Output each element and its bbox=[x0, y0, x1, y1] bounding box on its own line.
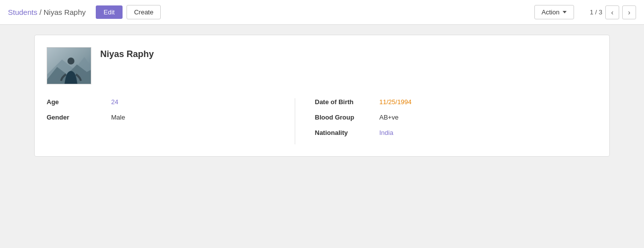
nationality-value[interactable]: India bbox=[380, 129, 393, 136]
fields-right: Date of Birth 11/25/1994 Blood Group AB+… bbox=[295, 98, 598, 144]
nationality-label: Nationality bbox=[315, 129, 380, 136]
age-row: Age 24 bbox=[47, 98, 295, 106]
dob-row: Date of Birth 11/25/1994 bbox=[315, 98, 598, 106]
chevron-down-icon bbox=[563, 11, 567, 13]
fields-left: Age 24 Gender Male bbox=[47, 98, 295, 144]
svg-point-3 bbox=[67, 58, 74, 64]
age-value[interactable]: 24 bbox=[111, 98, 118, 106]
breadcrumb-current: Niyas Raphy bbox=[44, 8, 86, 16]
profile-header: Niyas Raphy bbox=[47, 47, 597, 84]
blood-group-value: AB+ve bbox=[380, 114, 399, 121]
student-name: Niyas Raphy bbox=[100, 47, 154, 60]
breadcrumb-parent[interactable]: Students bbox=[8, 8, 37, 16]
action-dropdown: Action bbox=[534, 5, 574, 19]
gender-row: Gender Male bbox=[47, 114, 295, 121]
breadcrumb: Students / Niyas Raphy bbox=[8, 8, 86, 16]
nationality-row: Nationality India bbox=[315, 129, 598, 136]
record-card: Niyas Raphy Age 24 Gender Male Date of B… bbox=[34, 35, 610, 157]
create-button[interactable]: Create bbox=[127, 5, 161, 19]
age-label: Age bbox=[47, 98, 111, 106]
blood-group-row: Blood Group AB+ve bbox=[315, 114, 598, 121]
avatar-image bbox=[47, 47, 91, 84]
edit-button[interactable]: Edit bbox=[96, 5, 123, 19]
gender-value: Male bbox=[111, 114, 125, 121]
avatar bbox=[47, 47, 91, 84]
next-button[interactable]: › bbox=[622, 5, 636, 19]
pagination-text: 1 / 3 bbox=[590, 8, 602, 16]
pagination: 1 / 3 ‹ › bbox=[590, 5, 636, 19]
gender-label: Gender bbox=[47, 114, 111, 121]
dob-label: Date of Birth bbox=[315, 98, 380, 106]
blood-group-label: Blood Group bbox=[315, 114, 380, 121]
top-bar: Students / Niyas Raphy Edit Create Actio… bbox=[0, 0, 644, 25]
toolbar: Edit Create Action 1 / 3 ‹ › bbox=[86, 5, 636, 19]
action-button[interactable]: Action bbox=[534, 5, 574, 19]
prev-button[interactable]: ‹ bbox=[605, 5, 619, 19]
dob-value: 11/25/1994 bbox=[380, 98, 412, 106]
page-content: Niyas Raphy Age 24 Gender Male Date of B… bbox=[0, 25, 644, 167]
fields-section: Age 24 Gender Male Date of Birth 11/25/1… bbox=[47, 98, 597, 144]
